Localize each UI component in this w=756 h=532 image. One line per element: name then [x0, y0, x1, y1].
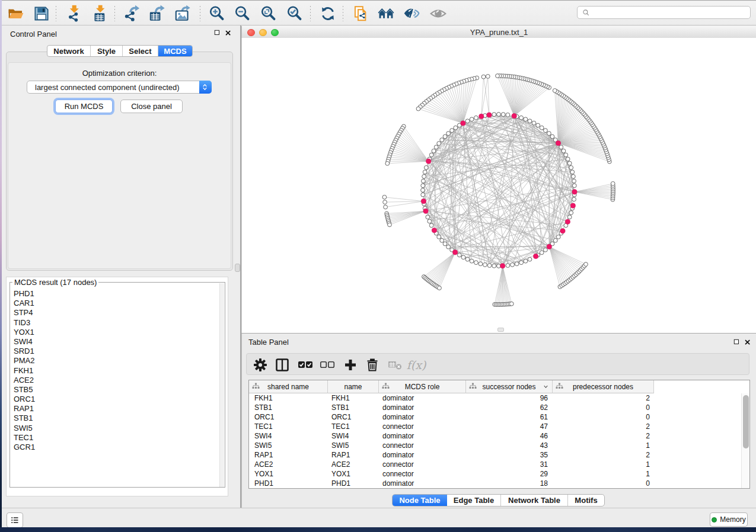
select-columns-icon[interactable] — [273, 356, 291, 374]
main-toolbar — [2, 1, 756, 25]
zoom-selected-icon[interactable] — [286, 5, 304, 23]
horizontal-splitter-handle[interactable] — [497, 328, 504, 332]
mcds-result-item[interactable]: FKH1 — [11, 366, 221, 376]
close-panel-button[interactable]: Close panel — [120, 100, 183, 113]
new-network-from-selection-icon[interactable] — [352, 5, 370, 23]
float-window-icon[interactable] — [733, 339, 740, 345]
column-header-label: shared name — [267, 383, 309, 391]
table-cell: RAP1 — [249, 450, 328, 460]
table-row[interactable]: SWI4SWI4dominator462 — [249, 431, 749, 441]
export-table-icon[interactable] — [148, 5, 165, 23]
tab-network-table[interactable]: Network Table — [501, 495, 568, 506]
toolbar-separator — [310, 6, 311, 21]
save-session-icon[interactable] — [33, 5, 50, 23]
task-history-button[interactable] — [7, 512, 23, 528]
tab-edge-table[interactable]: Edge Table — [447, 495, 501, 506]
mcds-result-item[interactable]: TID3 — [11, 318, 221, 328]
delete-column-icon[interactable] — [363, 356, 381, 374]
table-cell: 2 — [553, 393, 654, 403]
mcds-result-item[interactable]: PMA2 — [11, 356, 221, 366]
table-row[interactable]: FKH1FKH1dominator962 — [249, 393, 749, 403]
table-cell: YOX1 — [249, 469, 328, 479]
hide-graphics-details-icon[interactable] — [403, 5, 420, 23]
memory-status-icon — [712, 517, 717, 523]
mcds-result-item[interactable]: ORC1 — [11, 395, 221, 404]
mcds-result-item[interactable]: STB5 — [11, 385, 221, 395]
mcds-result-item[interactable]: SWI4 — [11, 337, 221, 347]
search-input[interactable] — [594, 8, 750, 17]
show-graphics-details-icon[interactable] — [429, 5, 447, 23]
tab-network[interactable]: Network — [47, 46, 91, 56]
table-row[interactable]: TEC1TEC1connector472 — [249, 422, 749, 431]
zoom-in-icon[interactable] — [208, 5, 226, 23]
mcds-result-title: MCDS result (17 nodes) — [12, 278, 98, 287]
table-row[interactable]: SWI5SWI5connector431 — [249, 441, 749, 450]
desktop-wallpaper-strip — [0, 527, 756, 532]
network-window-titlebar[interactable]: YPA_prune.txt_1 — [241, 26, 756, 39]
mcds-result-item[interactable]: ACE2 — [11, 376, 221, 385]
mcds-result-item[interactable]: PHD1 — [11, 289, 221, 299]
close-icon[interactable] — [745, 339, 751, 345]
table-scrollbar[interactable] — [741, 393, 749, 488]
tab-mcds[interactable]: MCDS — [158, 46, 192, 56]
tab-select[interactable]: Select — [123, 46, 158, 56]
mcds-result-item[interactable]: SWI5 — [11, 424, 221, 433]
network-overview-icon[interactable] — [377, 5, 395, 23]
column-header-name[interactable]: name — [328, 380, 379, 393]
table-row[interactable]: ACE2ACE2connector311 — [249, 460, 749, 469]
mcds-result-item[interactable]: CAR1 — [11, 299, 221, 308]
column-type-icon — [469, 383, 477, 390]
column-header-predecessor-nodes[interactable]: predecessor nodes — [553, 380, 654, 393]
zoom-out-icon[interactable] — [234, 5, 251, 23]
add-column-icon[interactable] — [342, 356, 359, 374]
export-network-icon[interactable] — [123, 5, 141, 23]
search-box[interactable] — [577, 6, 751, 19]
memory-button[interactable]: Memory — [710, 512, 748, 527]
float-window-icon[interactable] — [214, 30, 221, 36]
table-row[interactable]: RAP1RAP1dominator352 — [249, 450, 749, 460]
table-settings-icon[interactable] — [251, 356, 269, 374]
mcds-result-item[interactable]: TEC1 — [11, 433, 221, 443]
column-type-icon — [382, 383, 390, 390]
table-cell: 1 — [553, 469, 654, 479]
mcds-result-item[interactable]: RAP1 — [11, 404, 221, 414]
refresh-icon[interactable] — [319, 5, 337, 23]
import-table-icon[interactable] — [91, 5, 109, 23]
table-cell: TEC1 — [328, 422, 379, 431]
tab-motifs[interactable]: Motifs — [568, 495, 604, 506]
mcds-result-item[interactable]: GCR1 — [11, 443, 221, 452]
table-panel-tabs: Node TableEdge TableNetwork TableMotifs — [392, 494, 605, 507]
deselect-all-rows-icon[interactable] — [318, 356, 336, 374]
column-header-successor-nodes[interactable]: successor nodes — [466, 380, 553, 393]
mcds-result-item[interactable]: SRD1 — [11, 347, 221, 356]
table-row[interactable]: YOX1YOX1connector291 — [249, 469, 749, 479]
table-row[interactable]: STB1STB1dominator620 — [249, 403, 749, 412]
table-scrollbar-thumb[interactable] — [743, 395, 749, 448]
open-session-icon[interactable] — [7, 5, 25, 23]
table-row[interactable]: PHD1PHD1dominator180 — [249, 479, 749, 488]
delete-table-icon — [386, 356, 404, 374]
mcds-result-item[interactable]: STP4 — [11, 308, 221, 318]
table-row[interactable]: ORC1ORC1dominator610 — [249, 412, 749, 422]
table-cell: ACE2 — [249, 460, 328, 469]
mcds-result-scrollbar[interactable] — [219, 283, 224, 487]
network-canvas[interactable] — [241, 38, 756, 333]
mcds-result-item[interactable]: YOX1 — [11, 328, 221, 337]
tab-style[interactable]: Style — [91, 46, 123, 56]
vertical-splitter-handle[interactable] — [235, 264, 240, 272]
tab-node-table[interactable]: Node Table — [393, 495, 447, 506]
table-cell: dominator — [379, 431, 466, 441]
mcds-result-item[interactable]: STB1 — [11, 414, 221, 423]
zoom-fit-icon[interactable] — [260, 5, 277, 23]
table-cell: dominator — [379, 393, 466, 403]
sort-chevron-icon[interactable] — [543, 384, 548, 389]
criterion-dropdown[interactable]: largest connected component (undirected) — [27, 81, 212, 94]
close-icon[interactable] — [225, 30, 231, 36]
column-header-shared-name[interactable]: shared name — [249, 380, 328, 393]
import-network-icon[interactable] — [65, 5, 83, 23]
column-header-MCDS-role[interactable]: MCDS role — [379, 380, 466, 393]
status-bar: Memory — [2, 508, 756, 528]
export-image-icon[interactable] — [174, 5, 192, 23]
run-mcds-button[interactable]: Run MCDS — [55, 100, 113, 113]
select-all-rows-icon[interactable] — [296, 356, 314, 374]
